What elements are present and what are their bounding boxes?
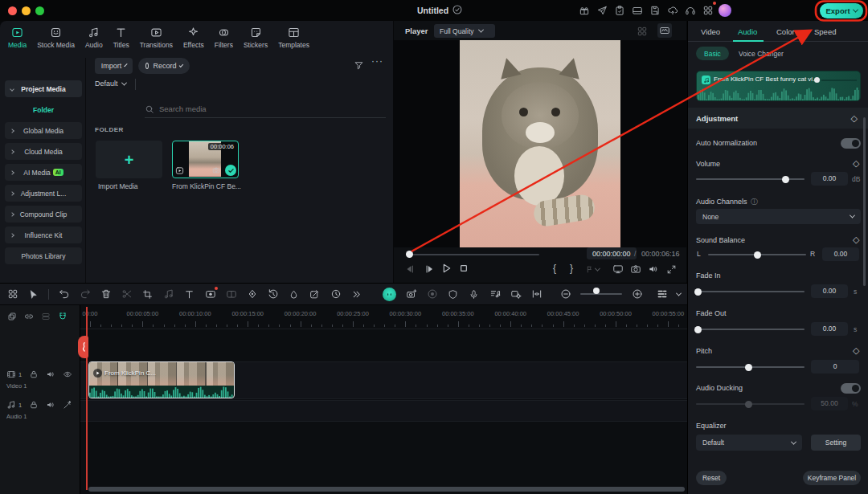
sidebar-item-adjustment-layer[interactable]: Adjustment L... <box>5 185 82 202</box>
tab-titles[interactable]: Titles <box>113 24 129 56</box>
previous-frame-icon[interactable] <box>403 262 417 276</box>
apps-grid-icon[interactable] <box>701 3 714 17</box>
fullscreen-icon[interactable] <box>664 262 678 276</box>
display-device-icon[interactable] <box>611 262 625 276</box>
mute-track-icon[interactable] <box>46 369 55 379</box>
tab-color[interactable]: Color <box>776 27 795 36</box>
pitch-slider[interactable] <box>696 366 805 368</box>
audio-clip-card[interactable]: From KlickPin CF Best funny cat vi... <box>696 71 861 101</box>
macos-zoom-button[interactable] <box>35 6 44 15</box>
fade-in-handle[interactable] <box>694 288 702 296</box>
play-icon[interactable] <box>439 261 453 276</box>
sound-balance-value[interactable]: 0.00 <box>822 247 859 261</box>
link-clips-icon[interactable] <box>24 312 34 321</box>
split-view-icon[interactable] <box>225 288 237 300</box>
volume-slider-handle[interactable] <box>782 176 789 183</box>
preview-volume-icon[interactable] <box>646 262 661 276</box>
audio-track-lane[interactable] <box>80 400 687 422</box>
delete-icon[interactable] <box>100 288 112 300</box>
more-options-icon[interactable]: ··· <box>371 55 383 67</box>
share-icon[interactable] <box>595 3 608 17</box>
equalizer-preset-dropdown[interactable]: Default <box>696 435 802 451</box>
multi-view-icon[interactable] <box>635 24 649 39</box>
fit-timeline-icon[interactable] <box>530 288 542 300</box>
tab-templates[interactable]: Templates <box>278 24 309 56</box>
mute-track-icon[interactable] <box>46 400 55 410</box>
audio-ducking-toggle[interactable] <box>841 383 861 394</box>
color-droplet-icon[interactable] <box>288 288 300 300</box>
zoom-in-icon[interactable] <box>631 288 643 300</box>
layout-icon[interactable] <box>630 3 644 17</box>
tab-audio[interactable]: Audio <box>738 27 757 36</box>
audio-ducking-handle[interactable] <box>745 401 752 408</box>
user-avatar[interactable] <box>719 4 731 17</box>
sidebar-item-compound-clip[interactable]: Compound Clip <box>5 206 82 223</box>
task-list-icon[interactable] <box>612 3 626 17</box>
ai-assistant-icon[interactable] <box>383 288 396 301</box>
pitch-keyframe-icon[interactable]: ◇ <box>853 346 859 354</box>
keyframe-tool-icon[interactable] <box>246 288 258 300</box>
mask-tool-icon[interactable] <box>204 288 216 300</box>
record-button[interactable]: Record <box>138 58 190 74</box>
tab-speed[interactable]: Speed <box>814 27 836 36</box>
tab-media[interactable]: Media <box>8 24 27 56</box>
microphone-icon[interactable] <box>468 288 480 300</box>
render-settings-icon[interactable] <box>510 288 522 300</box>
volume-slider[interactable] <box>696 178 805 180</box>
fade-in-slider[interactable] <box>696 291 805 292</box>
duration-icon[interactable] <box>330 288 342 300</box>
denoise-shield-icon[interactable] <box>447 288 459 300</box>
tab-filters[interactable]: Filters <box>215 24 233 56</box>
voice-icon[interactable] <box>63 400 72 410</box>
timeline-ruler[interactable]: 00:0000:00:05:0000:00:10:0000:00:15:0000… <box>80 305 687 329</box>
next-frame-icon[interactable] <box>422 262 436 276</box>
mark-in-icon[interactable]: { <box>553 263 556 274</box>
macos-minimize-button[interactable] <box>22 6 31 15</box>
toolbox-grid-icon[interactable] <box>6 288 18 300</box>
cloud-upload-icon[interactable] <box>665 3 679 17</box>
sidebar-item-influence-kit[interactable]: Influence Kit <box>5 227 82 243</box>
sound-balance-slider[interactable] <box>708 254 806 255</box>
timeline-clip[interactable]: From KlickPin C... <box>88 361 235 398</box>
record-voiceover-icon[interactable] <box>426 288 438 300</box>
hide-track-icon[interactable] <box>63 369 72 379</box>
reset-button[interactable]: Reset <box>696 471 727 485</box>
select-cursor-icon[interactable] <box>27 288 39 300</box>
subtab-voice-changer[interactable]: Voice Changer <box>739 50 784 58</box>
fade-out-handle[interactable] <box>694 326 702 333</box>
screen-record-icon[interactable] <box>405 288 417 300</box>
audio-ducking-slider[interactable] <box>696 403 805 405</box>
timeline-zoom-slider[interactable] <box>580 291 622 298</box>
sidebar-item-cloud-media[interactable]: Cloud Media <box>5 143 82 160</box>
export-button[interactable]: Export <box>820 3 863 18</box>
tab-stock-media[interactable]: Stock Media <box>37 24 75 56</box>
seekbar-handle[interactable] <box>406 251 413 258</box>
inspector-scrollbar[interactable] <box>863 117 866 286</box>
crop-icon[interactable] <box>141 288 154 300</box>
paste-icon[interactable] <box>7 312 17 321</box>
gift-icon[interactable] <box>577 3 591 17</box>
equalizer-setting-button[interactable]: Setting <box>811 435 861 451</box>
sound-balance-handle[interactable] <box>754 251 761 259</box>
auto-normalization-toggle[interactable] <box>841 138 861 149</box>
fade-out-value[interactable]: 0.00 <box>811 322 848 336</box>
fade-out-slider[interactable] <box>696 329 805 330</box>
import-button[interactable]: Import <box>95 58 133 74</box>
subtab-basic[interactable]: Basic <box>696 47 729 60</box>
chevron-down-icon[interactable] <box>676 290 682 296</box>
text-tool-icon[interactable] <box>183 288 195 300</box>
pitch-handle[interactable] <box>745 364 752 371</box>
layer-manager-icon[interactable] <box>41 312 51 321</box>
tab-transitions[interactable]: Transitions <box>140 24 173 56</box>
sidebar-item-photos-library[interactable]: Photos Library <box>5 247 82 264</box>
audio-stretch-icon[interactable] <box>162 288 174 300</box>
sidebar-item-folder[interactable]: Folder <box>5 101 82 118</box>
playback-quality-dropdown[interactable]: Full Quality <box>434 24 495 38</box>
save-icon[interactable] <box>648 3 661 17</box>
clip-volume-handle[interactable] <box>814 77 820 83</box>
sidebar-item-global-media[interactable]: Global Media <box>5 122 82 139</box>
split-scissors-icon[interactable] <box>121 288 133 300</box>
volume-value[interactable]: 0.00 <box>811 172 848 186</box>
timeline-horizontal-scrollbar[interactable] <box>88 487 685 492</box>
tab-video[interactable]: Video <box>701 27 720 36</box>
